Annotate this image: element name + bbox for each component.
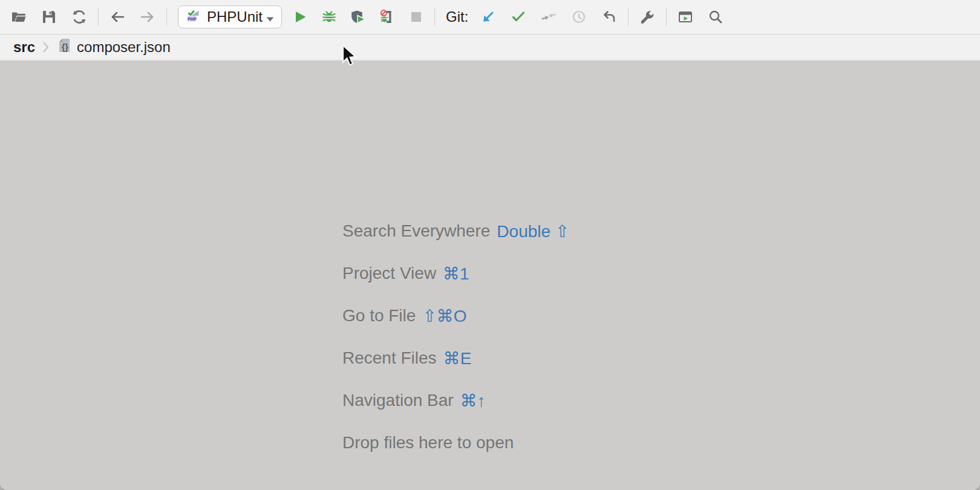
save-all-button[interactable] [34,3,64,31]
run-button[interactable] [286,3,315,31]
rollback-icon [601,8,618,25]
debug-icon [321,8,338,25]
forward-arrow-icon [139,8,156,25]
run-anything-button[interactable] [670,3,701,31]
run-anything-icon [677,8,694,25]
toolbar-divider [666,8,667,26]
json-file-icon: {} [57,37,77,57]
run-configuration-label: PHPUnit [207,8,263,25]
back-button[interactable] [102,3,132,31]
sync-icon [71,8,88,25]
forward-button[interactable] [132,3,163,31]
debug-button[interactable] [315,3,344,31]
search-icon [707,8,724,25]
hint-search-everywhere: Search Everywhere Double ⇧ [342,210,569,252]
main-toolbar: PHP PHPUnit [0,0,980,34]
git-update-project-button[interactable] [473,3,503,31]
hint-navigation-bar: Navigation Bar ⌘↑ [342,379,569,422]
open-folder-icon [10,8,27,25]
open-folder-button[interactable] [4,3,34,31]
svg-text:{}: {} [62,42,68,52]
hint-project-view: Project View ⌘1 [342,252,569,295]
run-icon [292,8,309,25]
hint-recent-files: Recent Files ⌘E [342,337,569,379]
git-history-button[interactable] [564,3,594,31]
toolbar-divider [434,8,435,26]
toolbar-divider [166,8,167,26]
history-icon [570,8,587,25]
back-arrow-icon [109,8,126,25]
settings-wrench-icon [639,8,656,25]
run-with-coverage-icon [350,8,367,25]
settings-wrench-button[interactable] [632,3,662,31]
hint-go-to-file: Go to File ⇧⌘O [342,295,569,337]
breadcrumb: src {} composer.json [0,34,980,60]
stop-icon [408,8,425,25]
breadcrumb-item-file[interactable]: {} composer.json [57,37,171,57]
sync-button[interactable] [64,3,94,31]
phpunit-icon: PHP [186,8,201,27]
commit-icon [510,8,527,25]
breadcrumb-item-src[interactable]: src [13,39,35,56]
update-project-icon [480,8,497,25]
run-configuration-select[interactable]: PHP PHPUnit [178,5,282,28]
git-section-label: Git: [446,8,468,25]
git-commit-button[interactable] [503,3,534,31]
shortcut-hints: Search Everywhere Double ⇧ Project View … [342,210,569,464]
stop-button[interactable] [402,3,431,31]
git-rollback-button[interactable] [594,3,624,31]
editor-surface[interactable]: Search Everywhere Double ⇧ Project View … [0,60,980,490]
breadcrumb-file-label: composer.json [77,39,171,56]
php-debug-listen-button[interactable] [373,3,402,31]
merge-icon [540,8,557,25]
php-debug-listen-icon [379,8,396,25]
toolbar-divider [628,8,629,26]
chevron-right-icon [42,41,50,54]
save-all-icon [41,8,57,25]
git-merge-button[interactable] [534,3,564,31]
run-with-coverage-button[interactable] [344,3,373,31]
ide-window: PHP PHPUnit [0,0,980,490]
chevron-down-icon [266,8,274,25]
search-everywhere-button[interactable] [701,3,731,31]
toolbar-divider [98,8,99,26]
svg-text:PHP: PHP [188,16,197,21]
hint-drop-files: Drop files here to open [342,422,569,464]
